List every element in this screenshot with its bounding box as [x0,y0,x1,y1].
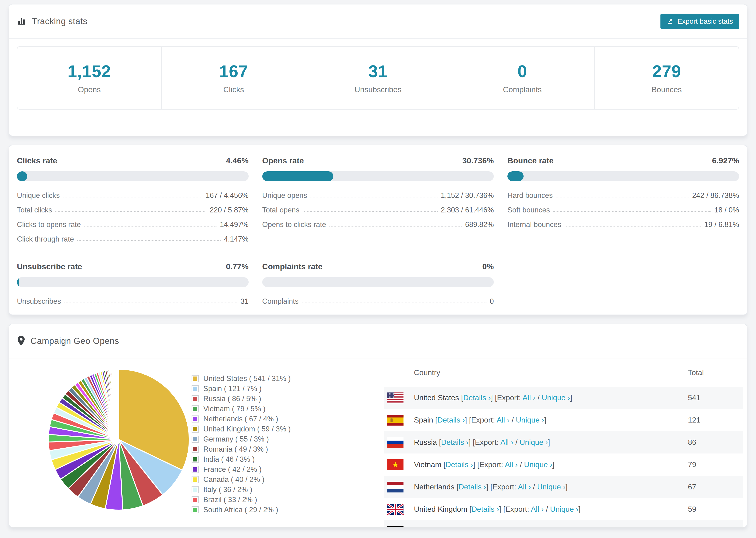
export-unique-link[interactable]: Unique › [524,460,553,469]
details-link[interactable]: Details › [437,416,465,424]
export-all-link[interactable]: All › [531,505,544,513]
legend-label: Vietnam ( 79 / 5% ) [203,405,266,413]
export-all-link[interactable]: All › [505,460,518,469]
rate-detail-label: Internal bounces [507,220,561,229]
bracket: ] [Export: [499,505,531,513]
export-all-link[interactable]: All › [497,416,510,424]
rate-panel-clicks-rate: Clicks rate4.46%Unique clicks167 / 4.456… [17,156,249,246]
rate-title: Opens rate [262,156,304,165]
bracket: [ [459,394,463,402]
legend-item-russia[interactable]: Russia ( 86 / 5% ) [191,394,384,404]
legend-item-italy[interactable]: Italy ( 36 / 2% ) [191,484,384,495]
export-unique-link[interactable]: Unique › [537,483,566,491]
bracket: ] [553,460,555,469]
export-unique-link[interactable]: Unique › [519,438,548,447]
total-cell: 541 [688,394,743,402]
details-link[interactable]: Details › [459,483,486,491]
rate-title: Bounce rate [507,156,554,165]
total-cell: 67 [688,483,743,491]
summary-stat-value: 1,152 [68,62,111,81]
flag-vn [387,459,404,470]
country-name: United Kingdom [414,505,467,513]
rate-detail-value: 19 / 6.81% [704,220,739,229]
total-cell: 121 [688,416,743,424]
legend-item-france[interactable]: France ( 42 / 2% ) [191,464,384,474]
pie-slice-other[interactable] [119,369,119,440]
rate-detail-label: Click through rate [17,235,74,243]
legend-swatch [191,466,199,473]
geo-opens-header: Campaign Geo Opens [9,324,747,358]
summary-stat-bounces: 279Bounces [595,47,739,109]
rate-progressbar [17,277,249,287]
rate-detail-value: 689.82% [465,220,494,229]
country-cell: Netherlands [Details ›] [Export: All › /… [414,483,688,491]
details-link[interactable]: Details › [441,438,469,447]
rate-panel-head: Clicks rate4.46% [17,156,249,165]
details-link[interactable]: Details › [463,394,491,402]
rate-detail-row: Internal bounces19 / 6.81% [507,217,739,232]
export-all-link[interactable]: All › [500,438,513,447]
export-basic-stats-button[interactable]: Export basic stats [661,14,739,29]
export-all-link[interactable]: All › [522,394,535,402]
rate-detail-value: 31 [241,297,248,306]
legend-item-germany[interactable]: Germany ( 55 / 3% ) [191,434,384,444]
rate-detail-value: 0 [490,297,494,306]
rate-detail-value: 220 / 5.87% [210,206,248,214]
bracket: ] [548,438,550,447]
bracket: [ [441,460,446,469]
legend-item-spain[interactable]: Spain ( 121 / 7% ) [191,384,384,394]
rate-value: 4.46% [226,156,248,165]
legend-item-south-africa[interactable]: South Africa ( 29 / 2% ) [191,505,384,515]
geo-opens-title: Campaign Geo Opens [30,336,119,346]
legend-swatch [191,456,199,463]
rate-detail-label: Soft bounces [507,206,550,214]
bracket: [ [445,527,449,527]
rate-value: 0.77% [226,262,248,271]
summary-stat-label: Complaints [503,85,542,94]
country-cell: Vietnam [Details ›] [Export: All › / Uni… [414,460,688,469]
legend-item-united-kingdom[interactable]: United Kingdom ( 59 / 3% ) [191,424,384,434]
export-unique-link[interactable]: Unique › [527,527,556,527]
summary-stat-label: Unsubscribes [354,85,402,94]
legend-label: United Kingdom ( 59 / 3% ) [203,425,291,433]
bracket: / [544,505,550,513]
legend-label: Brazil ( 33 / 2% ) [203,496,257,504]
export-all-link[interactable]: All › [518,483,531,491]
rate-detail-row: Total clicks220 / 5.87% [17,203,249,217]
legend-swatch [191,506,199,513]
legend-item-india[interactable]: India ( 46 / 3% ) [191,454,384,464]
bracket: ] [Export: [486,483,518,491]
export-unique-link[interactable]: Unique › [542,394,570,402]
tracking-stats-page: Tracking stats Export basic stats 1,152O… [0,4,756,527]
legend-item-canada[interactable]: Canada ( 40 / 2% ) [191,474,384,484]
table-row-gb: United Kingdom [Details ›] [Export: All … [384,498,743,520]
geo-table-header: Country Total [384,358,743,387]
country-cell: Russia [Details ›] [Export: All › / Uniq… [414,438,688,447]
dotted-leader [55,211,206,212]
legend-label: Spain ( 121 / 7% ) [203,385,261,393]
details-link[interactable]: Details › [449,527,476,527]
legend-swatch [191,486,199,493]
country-cell: Germany [Details ›] [Export: All › / Uni… [414,527,688,527]
rate-panel-head: Complaints rate0% [262,262,494,271]
details-link[interactable]: Details › [446,460,473,469]
rate-value: 30.736% [462,156,494,165]
legend-item-vietnam[interactable]: Vietnam ( 79 / 5% ) [191,404,384,414]
geo-pie-chart [17,358,191,527]
flag-gb [387,504,404,515]
export-unique-link[interactable]: Unique › [516,416,544,424]
legend-item-united-states[interactable]: United States ( 541 / 31% ) [191,373,384,384]
details-link[interactable]: Details › [471,505,499,513]
rate-detail-label: Total opens [262,206,299,214]
legend-item-romania[interactable]: Romania ( 49 / 3% ) [191,444,384,454]
legend-item-brazil[interactable]: Brazil ( 33 / 2% ) [191,495,384,505]
rate-detail-label: Clicks to opens rate [17,220,81,229]
legend-item-netherlands[interactable]: Netherlands ( 67 / 4% ) [191,414,384,424]
legend-label: Germany ( 55 / 3% ) [203,435,269,443]
tracking-stats-card: Tracking stats Export basic stats 1,152O… [9,4,747,136]
export-unique-link[interactable]: Unique › [550,505,578,513]
bracket: ] [Export: [465,416,497,424]
legend-label: Italy ( 36 / 2% ) [203,485,252,494]
export-all-link[interactable]: All › [508,527,521,527]
total-cell: 79 [688,460,743,469]
